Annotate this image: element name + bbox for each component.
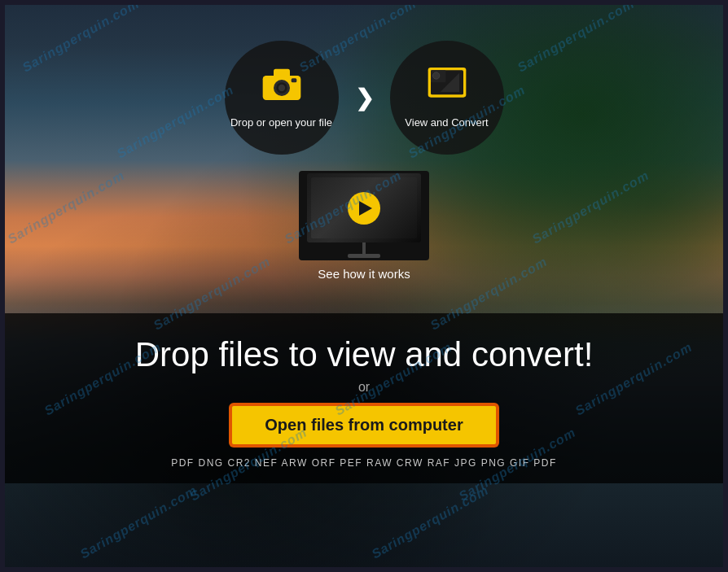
- open-files-button[interactable]: Open files from computer: [230, 404, 497, 446]
- video-thumbnail[interactable]: [299, 171, 429, 260]
- svg-point-4: [278, 84, 284, 90]
- or-text: or: [358, 380, 370, 395]
- monitor-base: [348, 254, 380, 258]
- step-convert-circle[interactable]: View and Convert: [390, 41, 504, 155]
- bottom-section: Drop files to view and convert! or Open …: [0, 313, 728, 483]
- svg-rect-5: [291, 78, 296, 82]
- steps-row: Drop or open your file ❯ View and Conver…: [225, 41, 504, 155]
- svg-rect-1: [274, 68, 290, 76]
- camera-icon: [261, 66, 302, 110]
- formats-row: PDF DNG CR2 NEF ARW ORF PEF RAW CRW RAF …: [171, 457, 557, 469]
- step-convert-label: View and Convert: [405, 116, 488, 130]
- see-how-label: See how it works: [318, 267, 410, 281]
- main-content: Drop or open your file ❯ View and Conver…: [0, 24, 728, 483]
- play-button[interactable]: [348, 192, 380, 225]
- arrow-icon: ❯: [355, 85, 374, 111]
- svg-point-10: [432, 72, 439, 78]
- drop-title: Drop files to view and convert!: [135, 336, 594, 373]
- monitor-stand: [362, 242, 366, 254]
- video-screen: [307, 173, 421, 242]
- video-section: See how it works: [299, 171, 429, 281]
- background: Saringperquin.comSaringperquin.comSaring…: [0, 0, 728, 572]
- play-triangle-icon: [359, 201, 372, 216]
- convert-icon: [427, 66, 467, 110]
- step-open-label: Drop or open your file: [230, 116, 332, 130]
- step-open-circle[interactable]: Drop or open your file: [225, 41, 339, 155]
